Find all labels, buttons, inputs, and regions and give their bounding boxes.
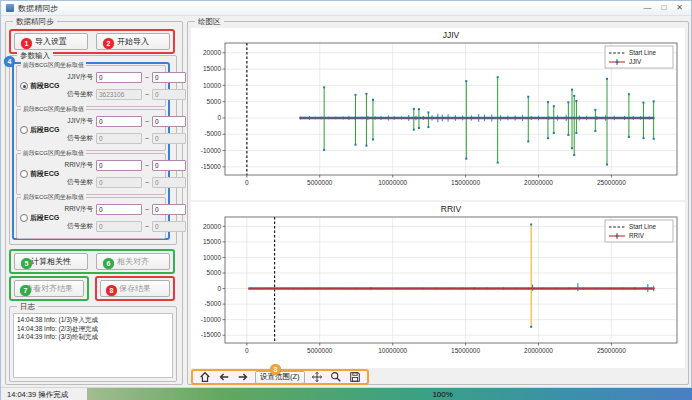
to-field[interactable] bbox=[152, 160, 186, 171]
svg-text:10000: 10000 bbox=[203, 82, 221, 89]
close-icon[interactable]: ✕ bbox=[676, 3, 683, 13]
forward-arrow-icon[interactable] bbox=[236, 371, 249, 384]
to-field[interactable] bbox=[152, 72, 186, 83]
section-title: 后段BCG区间坐标取值 bbox=[21, 106, 86, 113]
import-settings-button[interactable]: 1 导入设置 bbox=[14, 33, 88, 50]
from-field[interactable] bbox=[96, 221, 142, 232]
plot-area-group: 绘图区 050000001000000015000000200000002500… bbox=[187, 21, 689, 385]
field-label: 信号坐标 bbox=[63, 222, 93, 231]
svg-text:10000000: 10000000 bbox=[378, 179, 407, 186]
from-field[interactable] bbox=[96, 133, 142, 144]
from-field[interactable] bbox=[96, 89, 142, 100]
from-field[interactable] bbox=[96, 204, 142, 215]
minimize-icon[interactable]: — bbox=[643, 3, 651, 13]
param-row: RRIV序号 ~ bbox=[63, 202, 162, 217]
range-tilde: ~ bbox=[145, 135, 149, 142]
progress-label: 100% bbox=[432, 390, 452, 399]
radio-2[interactable]: 后段BCG bbox=[20, 125, 60, 135]
radio-3[interactable]: 前段ECG bbox=[20, 169, 59, 179]
view-result-box: 7 查看对齐结果 bbox=[9, 276, 89, 301]
svg-text:JJIV: JJIV bbox=[629, 58, 642, 65]
section-title: 前段ECG区间坐标取值 bbox=[21, 150, 86, 157]
progress-bar: 100% bbox=[87, 388, 692, 400]
svg-text:-15000: -15000 bbox=[201, 331, 222, 338]
svg-text:RRIV: RRIV bbox=[629, 232, 645, 239]
zoom-icon[interactable] bbox=[330, 371, 343, 384]
svg-text:Start Line: Start Line bbox=[629, 223, 656, 230]
range-tilde: ~ bbox=[145, 91, 149, 98]
from-field[interactable] bbox=[96, 116, 142, 127]
param-row: 信号坐标 ~ bbox=[63, 219, 162, 234]
svg-text:-10000: -10000 bbox=[201, 147, 222, 154]
to-field[interactable] bbox=[152, 116, 186, 127]
radio-circle[interactable] bbox=[20, 170, 28, 178]
maximize-icon[interactable]: □ bbox=[661, 3, 666, 13]
radio-label: 后段BCG bbox=[30, 125, 60, 135]
to-field[interactable] bbox=[152, 221, 186, 232]
svg-text:20000: 20000 bbox=[203, 49, 221, 56]
save-result-button[interactable]: 8 保存结果 bbox=[100, 280, 170, 297]
svg-text:Start Line: Start Line bbox=[629, 49, 656, 56]
svg-text:JJIV: JJIV bbox=[443, 30, 460, 40]
badge-4: 4 bbox=[4, 56, 15, 67]
pan-icon[interactable] bbox=[311, 371, 324, 384]
back-arrow-icon[interactable] bbox=[217, 371, 230, 384]
radio-1[interactable]: 前段BCG bbox=[20, 81, 60, 91]
window-title: 数据精同步 bbox=[18, 3, 58, 14]
calc-correlation-button[interactable]: 5 计算相关性 bbox=[14, 253, 88, 270]
radio-circle[interactable] bbox=[20, 82, 28, 90]
param-section-1: 前段BCG区间坐标取值 前段BCG JJIV序号 ~ 信号坐标 ~ bbox=[16, 65, 166, 107]
svg-text:25000000: 25000000 bbox=[597, 347, 626, 354]
radio-circle[interactable] bbox=[20, 126, 28, 134]
badge-2: 2 bbox=[103, 38, 114, 49]
param-input-group: 参数输入 4 前段BCG区间坐标取值 前段BCG JJIV序号 ~ 信号坐标 ~… bbox=[9, 55, 177, 245]
chart-toolbar: 3 设置范围(Z) bbox=[191, 369, 369, 385]
range-tilde: ~ bbox=[145, 179, 149, 186]
view-align-result-button[interactable]: 7 查看对齐结果 bbox=[14, 280, 84, 297]
badge-8: 8 bbox=[106, 285, 117, 296]
param-row: 信号坐标 ~ bbox=[63, 175, 162, 190]
param-section-2: 后段BCG区间坐标取值 后段BCG JJIV序号 ~ 信号坐标 ~ bbox=[16, 109, 166, 151]
field-label: RRIV序号 bbox=[63, 205, 93, 214]
param-row: JJIV序号 ~ bbox=[63, 70, 162, 85]
radio-label: 前段ECG bbox=[30, 169, 59, 179]
from-field[interactable] bbox=[96, 160, 142, 171]
from-field[interactable] bbox=[96, 177, 142, 188]
svg-text:15000: 15000 bbox=[203, 238, 221, 245]
to-field[interactable] bbox=[152, 177, 186, 188]
svg-text:15000000: 15000000 bbox=[451, 179, 480, 186]
to-field[interactable] bbox=[152, 204, 186, 215]
badge-5: 5 bbox=[21, 258, 32, 269]
svg-text:15000: 15000 bbox=[203, 65, 221, 72]
corr-align-button[interactable]: 6 相关对齐 bbox=[96, 253, 170, 270]
param-section-3: 前段ECG区间坐标取值 前段ECG RRIV序号 ~ 信号坐标 ~ bbox=[16, 153, 166, 195]
start-import-label: 开始导入 bbox=[117, 36, 149, 47]
param-sections-box: 前段BCG区间坐标取值 前段BCG JJIV序号 ~ 信号坐标 ~ 后段BCG区… bbox=[12, 62, 170, 240]
jjiv-chart[interactable]: 0500000010000000150000002000000025000000… bbox=[191, 28, 685, 200]
svg-text:5000: 5000 bbox=[207, 98, 222, 105]
to-field[interactable] bbox=[152, 89, 186, 100]
range-tilde: ~ bbox=[145, 223, 149, 230]
log-area[interactable]: 14:04:38 Info: (1/3)导入完成14:04:38 Info: (… bbox=[13, 313, 173, 378]
svg-text:-15000: -15000 bbox=[201, 163, 222, 170]
set-range-label: 设置范围(Z) bbox=[260, 372, 300, 382]
radio-4[interactable]: 后段ECG bbox=[20, 213, 59, 223]
radio-circle[interactable] bbox=[20, 214, 28, 222]
save-icon[interactable] bbox=[349, 371, 362, 384]
svg-text:-10000: -10000 bbox=[201, 316, 222, 323]
radio-label: 前段BCG bbox=[30, 81, 60, 91]
home-icon[interactable] bbox=[198, 371, 211, 384]
svg-text:15000000: 15000000 bbox=[451, 347, 480, 354]
field-label: 信号坐标 bbox=[63, 90, 93, 99]
rriv-chart[interactable]: 0500000010000000150000002000000025000000… bbox=[191, 202, 685, 368]
from-field[interactable] bbox=[96, 72, 142, 83]
save-result-label: 保存结果 bbox=[119, 283, 151, 294]
svg-text:0: 0 bbox=[245, 347, 249, 354]
start-import-button[interactable]: 2 开始导入 bbox=[96, 33, 170, 50]
svg-text:20000000: 20000000 bbox=[524, 347, 553, 354]
to-field[interactable] bbox=[152, 133, 186, 144]
svg-text:-5000: -5000 bbox=[204, 300, 221, 307]
set-range-button[interactable]: 3 设置范围(Z) bbox=[255, 371, 305, 384]
svg-text:25000000: 25000000 bbox=[597, 179, 626, 186]
svg-text:20000: 20000 bbox=[203, 223, 221, 230]
